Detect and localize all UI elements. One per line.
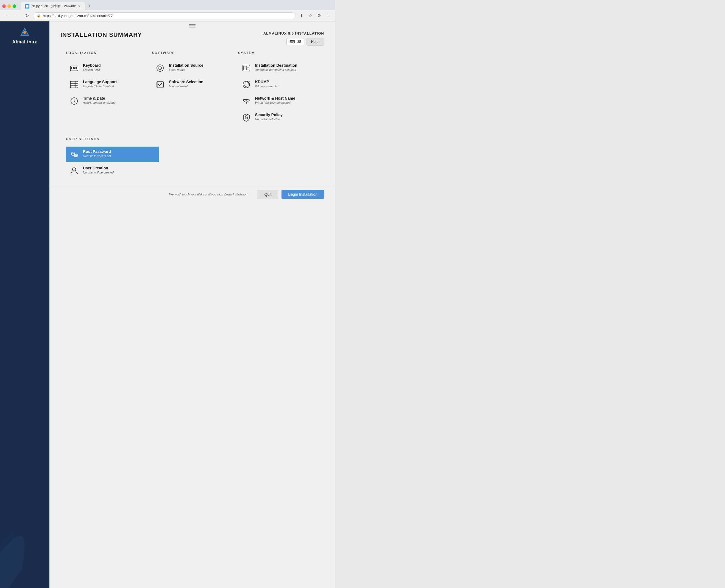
root-password-title: Root Password <box>83 149 111 154</box>
language-icon <box>69 80 79 89</box>
svg-rect-7 <box>75 67 76 68</box>
svg-rect-0 <box>26 5 28 7</box>
network-item[interactable]: Network & Host Name Wired (ens192) conne… <box>238 93 318 109</box>
window-minimize-button[interactable] <box>7 4 11 8</box>
software-selection-item[interactable]: Software Selection Minimal Install <box>152 77 232 92</box>
network-sub: Wired (ens192) connected <box>255 101 295 104</box>
keyboard-icon-item <box>69 63 79 73</box>
header-controls: ⌨ US Help! <box>286 38 324 46</box>
window-close-button[interactable] <box>2 4 6 8</box>
svg-rect-10 <box>73 68 76 69</box>
time-date-title: Time & Date <box>83 96 116 101</box>
language-item-text: Language Support English (United States) <box>83 80 117 88</box>
installation-source-icon <box>155 63 165 73</box>
keyboard-sub: English (US) <box>83 68 101 71</box>
system-section: SYSTEM Installation Destin <box>238 51 318 132</box>
localization-section-title: LOCALIZATION <box>66 51 146 56</box>
network-text: Network & Host Name Wired (ens192) conne… <box>255 96 295 104</box>
sections-wrapper: LOCALIZATION <box>49 48 335 137</box>
bottom-note: We won't touch your disks until you clic… <box>169 193 249 196</box>
address-bar[interactable]: 🔒 <box>33 12 295 19</box>
svg-rect-12 <box>70 81 78 88</box>
tab-close-button[interactable]: × <box>78 4 80 8</box>
secure-icon: 🔒 <box>37 14 41 18</box>
svg-rect-23 <box>157 81 163 88</box>
kdump-text: KDUMP Kdump is enabled <box>255 80 279 88</box>
svg-rect-5 <box>71 67 72 68</box>
installation-source-title: Installation Source <box>169 63 203 67</box>
svg-rect-9 <box>71 68 72 69</box>
sidebar-logo: AlmaLinux <box>12 27 37 44</box>
keyboard-item[interactable]: Keyboard English (US) <box>66 60 146 76</box>
security-policy-text: Security Policy No profile selected <box>255 112 283 121</box>
tab-favicon <box>25 4 29 8</box>
sidebar-decoration <box>0 514 44 588</box>
extensions-icon[interactable]: ⚙ <box>315 12 323 20</box>
keyboard-title: Keyboard <box>83 63 101 67</box>
bookmark-icon[interactable]: ☆ <box>307 12 314 20</box>
svg-point-30 <box>244 82 249 87</box>
svg-point-40 <box>72 153 74 154</box>
keyboard-lang: US <box>296 40 301 44</box>
software-section: SOFTWARE Installation Source <box>152 51 232 132</box>
user-creation-sub: No user will be created <box>83 171 114 174</box>
installation-destination-title: Installation Destination <box>255 63 297 67</box>
svg-point-32 <box>249 81 250 82</box>
user-settings-items: Root Password Root password is set <box>66 147 159 178</box>
content-area: INSTALLATION SUMMARY ALMALINUX 8.5 INSTA… <box>49 21 335 588</box>
kdump-title: KDUMP <box>255 80 279 84</box>
svg-rect-26 <box>244 66 246 70</box>
menu-handle[interactable] <box>189 24 195 27</box>
new-tab-button[interactable]: + <box>86 2 94 10</box>
svg-rect-6 <box>73 67 74 68</box>
network-icon <box>242 96 251 106</box>
security-policy-icon <box>242 112 251 122</box>
user-settings-section-title: USER SETTINGS <box>66 137 318 142</box>
quit-button[interactable]: Quit <box>257 190 278 199</box>
logo-text-alma: AlmaLinux <box>12 40 37 44</box>
svg-line-19 <box>74 101 76 102</box>
back-button[interactable]: ← <box>3 12 11 20</box>
security-policy-item[interactable]: Security Policy No profile selected <box>238 110 318 125</box>
language-support-item[interactable]: Language Support English (United States) <box>66 77 146 92</box>
security-policy-sub: No profile selected <box>255 118 283 121</box>
installation-source-item[interactable]: Installation Source Local media <box>152 60 232 76</box>
content-header: INSTALLATION SUMMARY ALMALINUX 8.5 INSTA… <box>49 26 335 48</box>
svg-point-22 <box>160 68 161 69</box>
time-date-item[interactable]: Time & Date Asia/Shanghai timezone <box>66 93 146 109</box>
begin-installation-button[interactable]: Begin Installation <box>282 190 324 199</box>
header-right: ALMALINUX 8.5 INSTALLATION ⌨ US Help! <box>263 31 324 46</box>
kdump-icon <box>242 80 251 89</box>
tab-title: cn-py-dl-a8 - 控制台 - VMware <box>32 4 76 8</box>
software-selection-sub: Minimal Install <box>169 85 203 88</box>
reload-button[interactable]: ↻ <box>23 12 31 20</box>
window-maximize-button[interactable] <box>13 4 16 8</box>
share-icon[interactable]: ⬆ <box>298 12 305 20</box>
keyboard-badge[interactable]: ⌨ US <box>286 38 304 45</box>
kdump-item[interactable]: KDUMP Kdump is enabled <box>238 77 318 92</box>
installation-destination-text: Installation Destination Automatic parti… <box>255 63 297 71</box>
time-date-item-text: Time & Date Asia/Shanghai timezone <box>83 96 116 104</box>
help-button[interactable]: Help! <box>307 38 324 46</box>
root-password-item[interactable]: Root Password Root password is set <box>66 147 159 162</box>
installation-destination-sub: Automatic partitioning selected <box>255 68 297 71</box>
menu-icon[interactable]: ⋮ <box>324 12 332 20</box>
sidebar: AlmaLinux <box>0 21 49 588</box>
forward-button[interactable]: → <box>13 12 21 20</box>
language-title: Language Support <box>83 80 117 84</box>
installation-destination-item[interactable]: Installation Destination Automatic parti… <box>238 60 318 76</box>
language-sub: English (United States) <box>83 85 117 88</box>
bottom-bar: We won't touch your disks until you clic… <box>49 185 335 204</box>
user-creation-title: User Creation <box>83 166 114 170</box>
active-tab[interactable]: cn-py-dl-a8 - 控制台 - VMware × <box>21 2 85 10</box>
user-creation-item[interactable]: User Creation No user will be created <box>66 163 159 178</box>
root-password-text: Root Password Root password is set <box>83 149 111 158</box>
installation-destination-icon <box>242 63 251 73</box>
url-input[interactable] <box>43 14 292 18</box>
localization-section: LOCALIZATION <box>66 51 146 132</box>
user-settings-wrapper: USER SETTINGS <box>49 137 335 185</box>
installation-source-text: Installation Source Local media <box>169 63 203 71</box>
software-selection-text: Software Selection Minimal Install <box>169 80 203 88</box>
svg-rect-11 <box>76 68 77 69</box>
user-creation-text: User Creation No user will be created <box>83 166 114 174</box>
